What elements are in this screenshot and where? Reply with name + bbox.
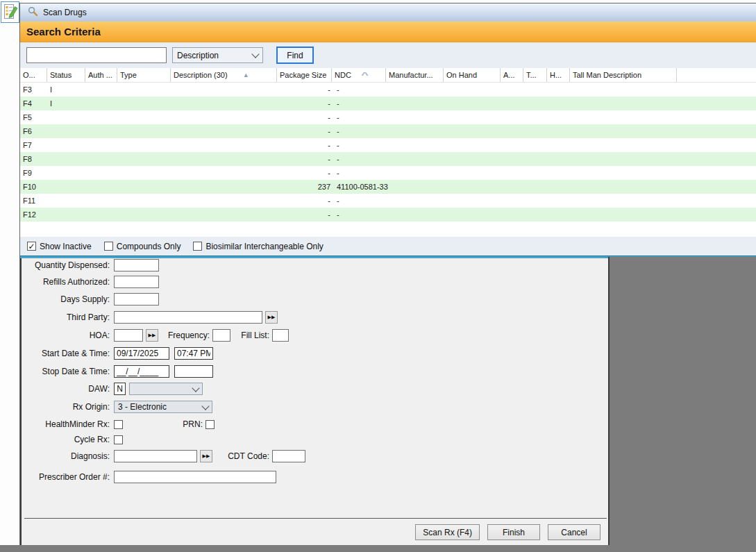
table-row[interactable]: F9-- (20, 166, 756, 180)
scan-rx-f4-button[interactable]: Scan Rx (F4) (415, 524, 480, 540)
finish-button[interactable]: Finish (487, 524, 540, 540)
daw-input[interactable] (114, 383, 126, 395)
table-row[interactable]: F7-- (20, 138, 756, 152)
stop-date-input[interactable] (114, 365, 169, 378)
column-header-a[interactable]: A... (501, 68, 523, 82)
quantity-dispensed-input[interactable] (114, 259, 159, 271)
notes-edit-launcher-button[interactable] (1, 1, 19, 23)
table-row[interactable]: F12-- (20, 208, 756, 221)
search-input[interactable] (26, 47, 167, 63)
cell-spacer (677, 138, 753, 152)
hoa-input[interactable] (114, 329, 143, 342)
cell-pkg: - (277, 152, 332, 166)
chevron-down-icon (192, 384, 199, 392)
cancel-button[interactable]: Cancel (548, 524, 600, 540)
cell-spacer (677, 194, 753, 208)
frequency-input[interactable] (212, 329, 230, 342)
table-row[interactable]: F3I-- (20, 83, 756, 97)
table-row[interactable]: F8-- (20, 152, 756, 166)
column-header-type[interactable]: Type (117, 68, 171, 82)
cell-o: F12 (20, 208, 47, 221)
cell-ndc: - (332, 166, 386, 180)
days-supply-input[interactable] (114, 293, 159, 306)
table-row[interactable]: F6-- (20, 124, 756, 138)
checkbox-show-inactive[interactable]: ✓Show Inactive (27, 242, 92, 251)
column-header-desc[interactable]: Description (30)▲ (171, 68, 277, 82)
cell-h (547, 166, 570, 180)
column-header-manuf[interactable]: Manufactur... (386, 68, 444, 82)
fill-list-input[interactable] (272, 329, 289, 342)
cell-manuf (386, 110, 444, 124)
column-header-auth[interactable]: Auth ... (85, 68, 117, 82)
diagnosis-input[interactable] (114, 450, 197, 462)
find-button[interactable]: Find (276, 47, 314, 64)
prescriber-order-label: Prescriber Order #: (23, 472, 110, 482)
table-row[interactable]: F4I-- (20, 97, 756, 110)
cell-h (547, 194, 570, 208)
rx-origin-dropdown[interactable]: 3 - Electronic (114, 401, 212, 413)
column-header-ndc[interactable]: NDC^ (332, 68, 386, 82)
cell-pkg: - (277, 138, 332, 152)
start-time-input[interactable] (174, 347, 213, 360)
stop-time-input[interactable] (174, 365, 213, 378)
table-row[interactable]: F5-- (20, 110, 756, 124)
cell-manuf (386, 138, 444, 152)
cell-a (501, 180, 523, 194)
column-header-h[interactable]: H... (547, 68, 570, 82)
checkbox-label: Show Inactive (40, 242, 92, 251)
column-header-onhand[interactable]: On Hand (444, 68, 501, 82)
table-row[interactable]: F11-- (20, 194, 756, 208)
cell-pkg: - (277, 166, 332, 180)
cell-a (501, 208, 523, 221)
third-party-input[interactable] (114, 311, 262, 324)
column-header-o[interactable]: O... (20, 68, 47, 82)
cell-o: F8 (20, 152, 47, 166)
cell-tallman (570, 208, 677, 221)
column-header-label: Type (120, 71, 137, 82)
cell-status (47, 138, 85, 152)
search-icon (28, 6, 38, 19)
cell-pkg: - (277, 110, 332, 124)
cell-o: F3 (20, 83, 47, 97)
healthminder-rx-checkbox[interactable] (114, 420, 123, 429)
refills-authorized-input[interactable] (114, 276, 159, 288)
cell-h (547, 180, 570, 194)
table-row[interactable]: F1023741100-0581-33 (20, 180, 756, 194)
cell-status (47, 124, 85, 138)
column-header-tallman[interactable]: Tall Man Description (570, 68, 677, 82)
inactive-gray-area (608, 257, 756, 552)
cell-t (523, 97, 547, 110)
column-header-status[interactable]: Status (47, 68, 85, 82)
column-header-pkg[interactable]: Package Size (277, 68, 332, 82)
column-header-t[interactable]: T... (523, 68, 547, 82)
diagnosis-lookup-button[interactable]: ▶▶ (200, 450, 212, 462)
cell-manuf (386, 208, 444, 221)
footer-separator (24, 518, 607, 519)
cell-onhand (444, 97, 501, 110)
start-date-input[interactable] (114, 347, 169, 360)
daw-dropdown[interactable] (129, 383, 203, 395)
cell-type (117, 83, 171, 97)
days-supply-label: Days Supply: (23, 294, 110, 304)
checkbox-biosimilar-interchangeable-only[interactable]: Biosimilar Interchangeable Only (193, 242, 323, 251)
cell-tallman (570, 166, 677, 180)
checkbox-compounds-only[interactable]: Compounds Only (104, 242, 181, 251)
cell-tallman (570, 152, 677, 166)
cell-tallman (570, 110, 677, 124)
column-header-label: H... (550, 71, 562, 82)
cycle-rx-checkbox[interactable] (114, 435, 123, 444)
double-arrow-icon: ▶▶ (203, 453, 210, 459)
title-bar[interactable]: Scan Drugs (20, 3, 756, 22)
column-header-spacer[interactable] (677, 68, 756, 82)
cdt-code-input[interactable] (272, 450, 305, 462)
cell-pkg: 237 (277, 180, 332, 194)
hoa-lookup-button[interactable]: ▶▶ (146, 329, 158, 342)
prn-checkbox[interactable] (205, 420, 215, 429)
third-party-lookup-button[interactable]: ▶▶ (265, 311, 278, 324)
prescriber-order-input[interactable] (114, 471, 276, 483)
cell-auth (85, 180, 117, 194)
notes-edit-icon (4, 12, 18, 22)
cell-pkg: - (277, 83, 332, 97)
search-field-dropdown[interactable]: Description (172, 47, 263, 63)
drug-table-body: F3I--F4I--F5--F6--F7--F8--F9--F102374110… (20, 83, 756, 221)
